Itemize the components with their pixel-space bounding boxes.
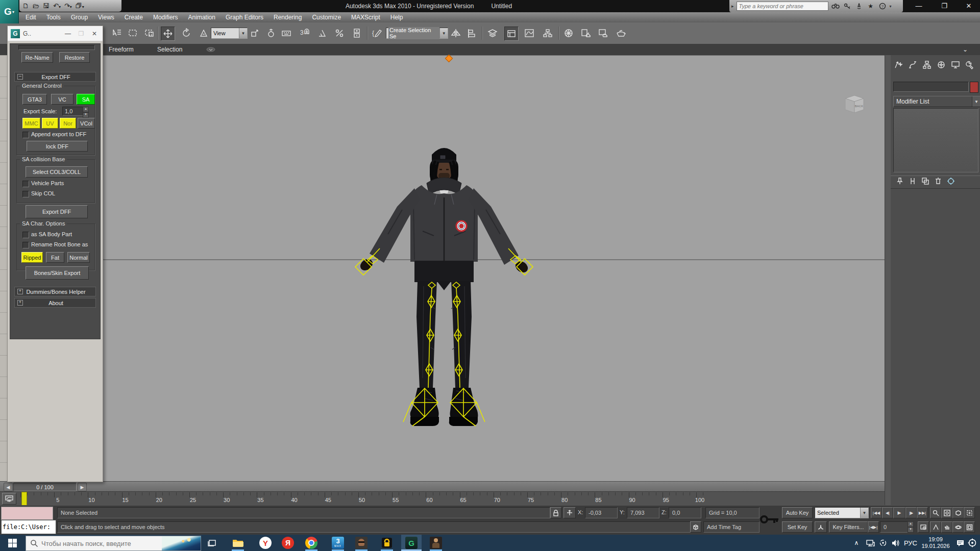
tab-motion-icon[interactable]: [935, 59, 947, 70]
menu-item[interactable]: Views: [93, 14, 119, 21]
menu-item[interactable]: Modifiers: [148, 14, 183, 21]
search-highlight-image[interactable]: [162, 536, 201, 550]
taskbar-search-input[interactable]: [38, 539, 162, 548]
clock[interactable]: 19:09 19.01.2026: [919, 536, 952, 550]
skip-col-checkbox[interactable]: [22, 191, 29, 197]
communication-center-icon[interactable]: [854, 2, 864, 10]
menu-item[interactable]: MAXScript: [346, 14, 385, 21]
undo-icon[interactable]: ↶▾: [53, 2, 61, 10]
current-frame-field[interactable]: 0: [880, 521, 911, 533]
key-mode-dropdown[interactable]: Selected▼: [815, 507, 869, 518]
about-rollout-header[interactable]: + About: [14, 298, 96, 308]
select-and-move-icon[interactable]: [161, 27, 175, 41]
auto-key-button[interactable]: Auto Key: [782, 507, 813, 518]
graphite-ribbon-toggle-icon[interactable]: [504, 27, 519, 41]
keyword-search-input[interactable]: [737, 2, 828, 11]
next-frame-icon[interactable]: |▶: [905, 507, 917, 518]
menu-item[interactable]: Help: [385, 14, 408, 21]
yandex-icon[interactable]: Я: [281, 536, 295, 550]
task-view-icon[interactable]: [205, 536, 219, 550]
tab-modify-icon[interactable]: [906, 59, 919, 70]
material-editor-icon[interactable]: [562, 27, 575, 40]
clipped-name-field[interactable]: [18, 45, 95, 50]
reference-coordinate-system-dropdown[interactable]: View▼: [211, 28, 248, 39]
render-production-icon[interactable]: [615, 27, 628, 40]
modifier-list-dropdown[interactable]: Modifier List ▼: [893, 96, 980, 107]
person-app-icon[interactable]: [429, 536, 443, 550]
network-icon[interactable]: [865, 538, 876, 548]
viewcube[interactable]: BACK: [841, 92, 868, 114]
add-time-tag[interactable]: Add Time Tag: [703, 521, 760, 533]
absolute-offset-mode-icon[interactable]: [564, 507, 576, 518]
use-pivot-center-icon[interactable]: [248, 27, 261, 40]
menu-item[interactable]: Graph Editors: [220, 14, 268, 21]
rename-root-checkbox[interactable]: [22, 242, 29, 248]
clipboard-icon[interactable]: 🗇▾: [76, 2, 84, 10]
zoom-region-icon[interactable]: [964, 507, 975, 518]
ribbon-expand-icon[interactable]: [202, 45, 219, 54]
file-explorer-icon[interactable]: [231, 536, 245, 550]
menu-item[interactable]: Group: [66, 14, 93, 21]
sa-button[interactable]: SA: [77, 94, 95, 105]
modifier-stack-list[interactable]: [893, 108, 978, 172]
align-icon[interactable]: [465, 27, 479, 40]
help-icon[interactable]: ?: [878, 2, 887, 10]
x-coord-field[interactable]: -0,03: [585, 507, 618, 518]
zoom-icon[interactable]: [930, 507, 941, 518]
vcol-toggle[interactable]: VCol: [78, 118, 95, 129]
mmc-toggle[interactable]: MMC: [22, 118, 40, 129]
maximize-viewport-icon[interactable]: [964, 521, 975, 533]
menu-item[interactable]: Rendering: [268, 14, 307, 21]
pan-hand-icon[interactable]: [941, 521, 952, 533]
mini-curve-editor-icon[interactable]: [2, 493, 16, 505]
spinner-snap-icon[interactable]: [350, 27, 363, 40]
time-slider[interactable]: 0 / 100: [13, 483, 77, 491]
export-scale-field[interactable]: 1,0: [62, 107, 84, 116]
macro-recorder-box[interactable]: [1, 507, 53, 520]
chrome-icon[interactable]: [304, 536, 318, 550]
set-keys-key-icon[interactable]: [758, 507, 781, 532]
restore-button[interactable]: ❐: [937, 0, 951, 11]
pin-stack-icon[interactable]: [896, 177, 904, 187]
object-name-field[interactable]: [893, 82, 969, 92]
default-in-out-tangent-icon[interactable]: [815, 521, 827, 533]
zoom-extents-icon[interactable]: [952, 507, 964, 518]
go-to-start-icon[interactable]: |◀◀: [871, 507, 882, 518]
select-and-rotate-icon[interactable]: [180, 27, 193, 40]
lock-dff-button[interactable]: lock DFF: [27, 141, 88, 152]
previous-frame-arrow[interactable]: ◀: [4, 483, 13, 491]
y-coord-field[interactable]: 7,093: [627, 507, 659, 518]
orbit-icon[interactable]: [952, 521, 964, 533]
rendered-frame-window-icon[interactable]: [597, 27, 610, 40]
new-file-icon[interactable]: 🗋: [22, 2, 29, 10]
layer-manager-icon[interactable]: [486, 27, 499, 40]
yandex-browser-icon[interactable]: Y: [258, 536, 273, 550]
mirror-icon[interactable]: [449, 27, 462, 40]
set-key-button[interactable]: Set Key: [782, 521, 813, 533]
lock-app-icon[interactable]: [380, 536, 394, 550]
gta3-button[interactable]: GTA3: [22, 94, 47, 105]
character-model[interactable]: [337, 133, 551, 460]
open-file-icon[interactable]: 🗁: [33, 2, 39, 10]
selection-region-icon[interactable]: [127, 27, 140, 40]
named-selection-sets-dropdown[interactable]: Create Selection Se▼: [386, 28, 448, 39]
ripped-toggle[interactable]: Ripped: [21, 252, 43, 263]
make-unique-icon[interactable]: [921, 177, 929, 187]
track-bar[interactable]: 0510152025303540455055606570758085909510…: [0, 491, 885, 506]
floater-title-bar[interactable]: G G.. — ❐ ✕: [8, 26, 103, 41]
frame-spinner[interactable]: ▲▼: [908, 521, 914, 533]
select-and-manipulate-icon[interactable]: [264, 27, 278, 40]
current-frame-marker[interactable]: [21, 492, 27, 506]
dff-io-floater[interactable]: G G.. — ❐ ✕ Re-Name Restore – Export DFF…: [7, 26, 103, 482]
sa-body-part-checkbox[interactable]: [22, 232, 29, 238]
menu-item[interactable]: Customize: [307, 14, 346, 21]
volume-icon[interactable]: [890, 538, 901, 548]
3dsmax-blue-icon[interactable]: 3MAX: [331, 536, 345, 550]
bones-skin-export-button[interactable]: Bones/Skin Export: [26, 266, 89, 280]
go-to-end-icon[interactable]: ▶▶|: [917, 507, 928, 518]
percent-snap-icon[interactable]: [333, 27, 346, 40]
vc-button[interactable]: VC: [51, 94, 74, 105]
menu-item[interactable]: Create: [119, 14, 148, 21]
next-frame-arrow[interactable]: ▶: [78, 483, 87, 491]
favorites-star-icon[interactable]: ★: [866, 2, 875, 10]
